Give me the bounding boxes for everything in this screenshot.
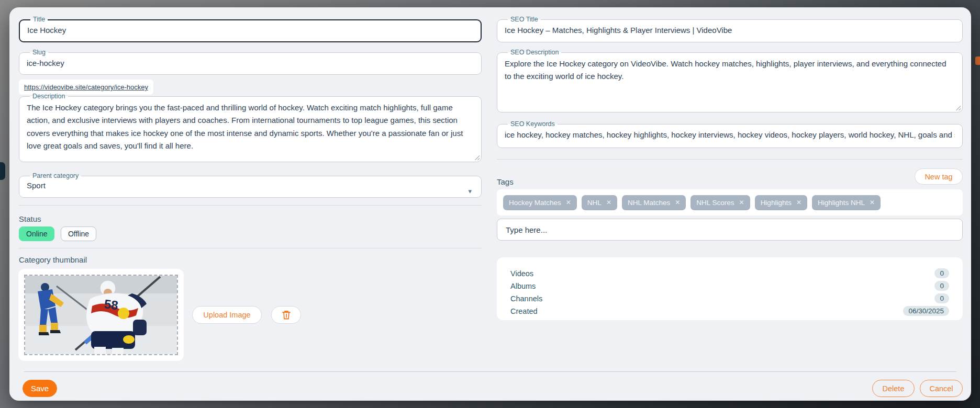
seo-keywords-field[interactable]: SEO Keywords [497, 121, 963, 148]
tag-chip-label: NHL [587, 199, 602, 207]
stat-row-albums: Albums 0 [510, 281, 949, 291]
slug-field[interactable]: Slug [19, 49, 482, 75]
seo-description-label: SEO Description [510, 49, 559, 56]
stat-label: Albums [510, 282, 536, 290]
tag-chip[interactable]: Highlights NHL ✕ [812, 195, 881, 210]
description-textarea[interactable]: The Ice Hockey category brings you the f… [27, 101, 474, 155]
stat-row-videos: Videos 0 [510, 268, 949, 278]
stat-label: Created [510, 307, 538, 315]
tag-chip[interactable]: Highlights ✕ [755, 195, 807, 210]
tag-chip[interactable]: NHL ✕ [582, 195, 617, 210]
background-page-tab [0, 162, 5, 180]
tag-chip[interactable]: NHL Scores ✕ [691, 195, 750, 210]
tag-chip[interactable]: Hockey Matches ✕ [503, 195, 577, 210]
resize-handle-icon[interactable] [474, 154, 480, 160]
cancel-button[interactable]: Cancel [920, 380, 963, 397]
svg-text:58: 58 [103, 297, 119, 312]
background-accent-sliver [975, 56, 980, 65]
stat-value-badge: 0 [934, 268, 949, 278]
upload-image-button[interactable]: Upload Image [192, 306, 262, 324]
stat-row-created: Created 06/30/2025 [510, 306, 949, 316]
tag-chip-label: NHL Matches [628, 199, 670, 207]
stat-value-badge: 06/30/2025 [903, 306, 949, 316]
chevron-down-icon[interactable]: ▾ [468, 187, 472, 195]
remove-tag-icon[interactable]: ✕ [796, 199, 801, 206]
divider [497, 159, 963, 160]
tag-input[interactable] [505, 225, 955, 235]
divider [19, 248, 482, 248]
new-tag-button[interactable]: New tag [915, 168, 963, 185]
parent-category-label: Parent category [32, 172, 79, 179]
delete-button[interactable]: Delete [872, 380, 915, 397]
seo-title-field[interactable]: SEO Title [497, 16, 963, 42]
stat-value-badge: 0 [934, 293, 949, 303]
remove-tag-icon[interactable]: ✕ [606, 199, 611, 206]
stat-label: Channels [510, 294, 542, 303]
trash-icon [282, 310, 291, 320]
slug-field-label: Slug [32, 49, 46, 56]
slug-input[interactable] [27, 57, 474, 70]
seo-title-input[interactable] [505, 24, 955, 37]
hockey-scene-graphic: 58 [25, 276, 177, 354]
seo-keywords-input[interactable] [505, 129, 955, 141]
title-input[interactable] [27, 24, 473, 37]
category-edit-dialog: Title Slug https://videovibe.site/catego… [9, 7, 971, 401]
resize-handle-icon[interactable] [955, 105, 961, 110]
remove-tag-icon[interactable]: ✕ [675, 199, 680, 206]
parent-category-select[interactable]: Sport [27, 181, 474, 190]
thumbnail-card: 58 [18, 269, 184, 361]
seo-title-label: SEO Title [510, 16, 538, 23]
stat-label: Videos [510, 269, 533, 278]
title-field[interactable]: Title [19, 16, 482, 42]
description-field-label: Description [32, 93, 65, 100]
tag-chip-label: NHL Scores [696, 199, 734, 207]
seo-keywords-label: SEO Keywords [510, 120, 555, 128]
tag-chip[interactable]: NHL Matches ✕ [622, 195, 686, 210]
save-button[interactable]: Save [23, 380, 57, 397]
seo-description-textarea[interactable]: Explore the Ice Hockey category on Video… [505, 58, 955, 106]
status-section-label: Status [19, 214, 41, 223]
stat-value-badge: 0 [934, 281, 949, 291]
tag-chip-label: Hockey Matches [509, 199, 561, 207]
description-field[interactable]: Description The Ice Hockey category brin… [19, 93, 482, 162]
delete-thumbnail-button[interactable] [271, 306, 301, 324]
status-offline-chip[interactable]: Offline [61, 226, 96, 241]
tags-section-label: Tags [497, 177, 514, 186]
category-stats-card: Videos 0 Albums 0 Channels 0 Created 06/… [497, 257, 963, 320]
remove-tag-icon[interactable]: ✕ [870, 199, 875, 206]
divider [19, 205, 482, 206]
tag-chip-label: Highlights NHL [818, 199, 865, 207]
status-toggle-group: Online Offline [19, 226, 100, 241]
status-online-chip[interactable]: Online [19, 226, 54, 241]
tag-chip-label: Highlights [761, 199, 792, 207]
thumbnail-section-label: Category thumbnail [19, 255, 87, 264]
parent-category-field[interactable]: Parent category Sport ▾ [19, 173, 482, 198]
seo-description-field[interactable]: SEO Description Explore the Ice Hockey c… [497, 49, 963, 112]
remove-tag-icon[interactable]: ✕ [566, 199, 571, 206]
tag-input-wrapper [497, 219, 963, 241]
tag-list: Hockey Matches ✕ NHL ✕ NHL Matches ✕ NHL… [497, 189, 963, 216]
footer-divider [24, 371, 956, 372]
remove-tag-icon[interactable]: ✕ [739, 199, 744, 206]
category-thumbnail-image[interactable]: 58 [24, 275, 178, 355]
title-field-label: Title [33, 16, 45, 23]
stat-row-channels: Channels 0 [510, 293, 949, 303]
